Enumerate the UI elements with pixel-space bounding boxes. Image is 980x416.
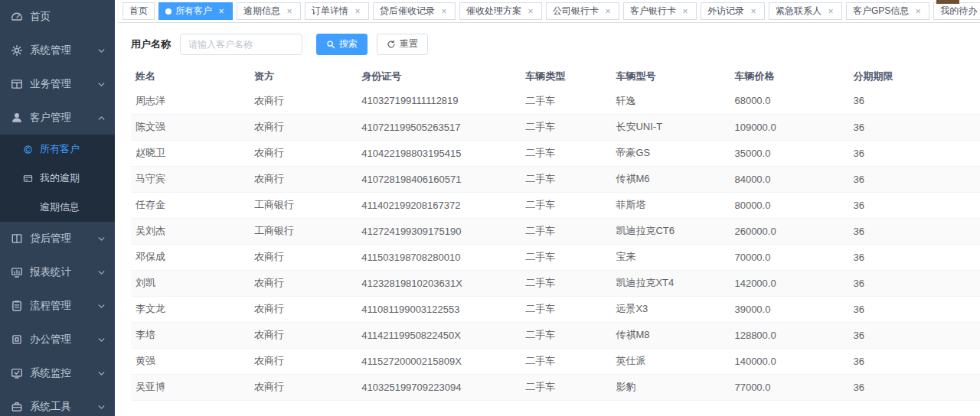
tab-company-bank-card[interactable]: 公司银行卡× [546, 2, 619, 20]
cell: 80000.0 [730, 192, 848, 218]
tab-visit-records[interactable]: 外访记录× [701, 2, 765, 20]
sidebar-item-label: 报表统计 [30, 265, 97, 279]
monitor-check-icon [11, 367, 23, 379]
cell: 凯迪拉克CT6 [611, 218, 730, 244]
search-label: 用户名称 [131, 37, 171, 51]
close-icon[interactable]: × [603, 7, 612, 16]
cell: 84000.0 [730, 166, 848, 192]
close-icon[interactable]: × [526, 7, 535, 16]
chevron-down-icon [97, 235, 106, 243]
search-form: 用户名称 搜索 重置 [119, 23, 980, 65]
search-button[interactable]: 搜索 [316, 34, 368, 55]
column-header: 身份证号 [357, 65, 521, 88]
sidebar-item-system-mgmt[interactable]: 系统管理 [0, 34, 115, 67]
sidebar-item-label: 首页 [30, 10, 106, 24]
customer-name-input[interactable] [180, 34, 302, 55]
sidebar-item-home[interactable]: 首页 [0, 0, 115, 34]
close-icon[interactable]: × [285, 7, 294, 16]
close-icon[interactable]: × [681, 7, 690, 16]
column-header: 资方 [250, 65, 357, 88]
submenu-customer-mgmt: 所有客户我的逾期逾期信息 [0, 135, 115, 222]
user-icon [11, 112, 23, 124]
refresh-icon [387, 40, 396, 49]
sidebar-item-customer-mgmt[interactable]: 客户管理 [0, 101, 115, 135]
tab-collection-plan[interactable]: 催收处理方案× [459, 2, 542, 20]
customers-table: 姓名资方身份证号车辆类型车辆型号车辆价格分期期限贷款金额月还款操作 周志洋农商行… [131, 65, 980, 416]
close-icon[interactable]: × [353, 7, 362, 16]
tab-label: 贷后催收记录 [380, 5, 435, 18]
gear-icon [11, 44, 23, 57]
tab-overdue-info[interactable]: 逾期信息× [237, 2, 301, 20]
sidebar-item-all-customers[interactable]: 所有客户 [0, 135, 115, 164]
column-header: 姓名 [131, 65, 250, 88]
sidebar-item-label: 逾期信息 [40, 200, 106, 214]
sidebar-item-label: 我的逾期 [40, 171, 106, 185]
grid-icon [11, 78, 23, 90]
sidebar-item-label: 系统监控 [30, 366, 97, 380]
sidebar-item-my-overdue[interactable]: 我的逾期 [0, 164, 115, 193]
sidebar: 首页系统管理业务管理客户管理所有客户我的逾期逾期信息贷后管理报表统计流程管理办公… [0, 0, 115, 416]
cell: 36 [848, 270, 978, 296]
cell: 农商行 [250, 348, 357, 374]
tab-label: 逾期信息 [243, 5, 280, 18]
reset-button[interactable]: 重置 [377, 34, 428, 55]
tab-emergency-contacts[interactable]: 紧急联系人× [769, 2, 842, 20]
tab-post-loan-collection-records[interactable]: 贷后催收记录× [373, 2, 456, 20]
close-icon[interactable]: × [913, 7, 923, 16]
tab-order-detail[interactable]: 订单详情× [305, 2, 369, 20]
tab-my-todo[interactable]: 我的待办× [933, 2, 980, 20]
cell: 140000.0 [730, 348, 848, 374]
column-header: 车辆类型 [521, 65, 611, 88]
chevron-down-icon [97, 369, 106, 378]
sidebar-item-system-monitor[interactable]: 系统监控 [0, 356, 115, 390]
cell [730, 400, 848, 416]
sidebar-item-label: 客户管理 [30, 111, 97, 125]
cell: 410327199111112819 [357, 88, 521, 114]
close-icon[interactable]: × [217, 7, 226, 16]
table-row: 吴刘杰工商银行412724199309175190二手车凯迪拉克CT626000… [131, 218, 980, 244]
columns-icon [11, 232, 23, 245]
cell: 39000.0 [730, 296, 848, 322]
cell: 36 [848, 348, 978, 374]
cell: 70000.0 [730, 244, 848, 270]
cell: 410325199709223094 [357, 374, 521, 400]
cell: 任存金 [131, 192, 250, 218]
tab-all-customers[interactable]: 所有客户× [158, 2, 233, 20]
close-icon[interactable]: × [826, 7, 835, 16]
cell: 128800.0 [730, 322, 848, 348]
tab-home[interactable]: 首页 [122, 2, 155, 20]
cell: 36 [848, 374, 978, 400]
cell: 刘凯 [131, 270, 250, 296]
cell: 传祺M6 [611, 166, 730, 192]
sidebar-item-system-tools[interactable]: 系统工具 [0, 390, 115, 416]
tab-customer-gps-info[interactable]: 客户GPS信息× [846, 2, 929, 20]
cell: 邓保成 [131, 244, 250, 270]
tab-customer-bank-card[interactable]: 客户银行卡× [623, 2, 697, 20]
sidebar-item-post-loan-mgmt[interactable]: 贷后管理 [0, 222, 115, 255]
cell: 农商行 [250, 88, 357, 114]
cell: 农商行 [250, 374, 357, 400]
cell: 农商行 [250, 322, 357, 348]
tab-label: 紧急联系人 [776, 5, 822, 18]
cell: 传祺M8 [611, 322, 730, 348]
office-icon [11, 333, 23, 346]
sidebar-item-label: 所有客户 [40, 142, 106, 156]
sidebar-item-business-mgmt[interactable]: 业务管理 [0, 67, 115, 101]
close-icon[interactable]: × [439, 7, 449, 16]
close-icon[interactable]: × [749, 7, 758, 16]
cell: 农商行 [250, 140, 357, 166]
sidebar-item-overdue-info[interactable]: 逾期信息 [0, 193, 115, 222]
cell: 吴刘杰 [131, 218, 250, 244]
sidebar-item-office-mgmt[interactable]: 办公管理 [0, 323, 115, 356]
cell: 赵晓卫 [131, 140, 250, 166]
sidebar-item-process-mgmt[interactable]: 流程管理 [0, 289, 115, 323]
content: 用户名称 搜索 重置 姓名资方身份证号车辆类型车辆型号车辆价格分期期限贷款金额月… [119, 23, 980, 416]
cell: 36 [848, 322, 978, 348]
sidebar-item-report-stats[interactable]: 报表统计 [0, 255, 115, 289]
blank-icon [23, 203, 33, 213]
cell: 142000.0 [730, 270, 848, 296]
cell: 帝豪GS [611, 140, 730, 166]
cell: 农商行 [250, 244, 357, 270]
cell: 二手车 [521, 322, 611, 348]
tab-label: 催收处理方案 [466, 5, 521, 18]
